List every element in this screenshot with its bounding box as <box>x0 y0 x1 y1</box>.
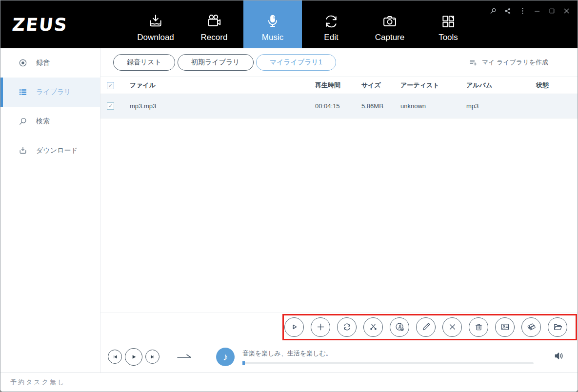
minimize-icon[interactable] <box>533 7 541 15</box>
volume-button[interactable] <box>553 350 565 364</box>
titlebar: ZEUS Download Record Music Edit Capture <box>0 0 578 48</box>
window-controls <box>489 7 571 15</box>
table-empty-area <box>100 118 578 313</box>
list-icon <box>18 87 28 97</box>
delete-button[interactable] <box>469 317 488 337</box>
action-toolbar <box>100 313 578 341</box>
cell-album: mp3 <box>466 102 536 110</box>
cell-file: mp3.mp3 <box>130 102 315 110</box>
search-icon[interactable] <box>489 7 498 15</box>
sequential-arrow-icon <box>176 351 195 361</box>
sidebar-item-record[interactable]: 録音 <box>0 48 100 78</box>
edit-pencil-icon <box>421 322 431 332</box>
progress-bar[interactable] <box>242 362 534 364</box>
tab-label: マイライブラリ1 <box>270 58 322 67</box>
convert-refresh-icon <box>342 322 352 332</box>
cancel-x-icon <box>447 322 458 332</box>
column-header-album[interactable]: アルバム <box>466 81 536 90</box>
player-bar: ♪ 音楽を楽しみ、生活を楽しむ。 <box>100 341 578 372</box>
music-note-icon: ♪ <box>223 351 228 363</box>
create-library-button[interactable]: マイ ライブラリを作成 <box>469 58 548 67</box>
column-header-artist[interactable]: アーティスト <box>400 81 466 90</box>
sidebar-item-search[interactable]: 検索 <box>0 107 100 136</box>
sidebar: 録音 ライブラリ 検索 ダウンロード <box>0 48 100 372</box>
sidebar-item-label: ライブラリ <box>36 88 71 97</box>
table-header: ✓ ファイル 再生時間 サイズ アーティスト アルバム 状態 <box>100 77 578 94</box>
check-mark: ✓ <box>108 103 113 109</box>
create-library-label: マイ ライブラリを作成 <box>482 58 548 67</box>
video-camera-icon <box>206 13 222 30</box>
close-icon[interactable] <box>562 7 571 15</box>
record-circle-icon <box>18 58 28 68</box>
status-text: 予約タスク無し <box>10 378 65 387</box>
play-icon <box>130 353 138 361</box>
nav-tab-edit[interactable]: Edit <box>302 0 360 48</box>
search-icon <box>18 117 28 126</box>
tags-icon <box>526 322 537 332</box>
sidebar-item-download[interactable]: ダウンロード <box>0 136 100 165</box>
share-icon[interactable] <box>504 7 512 15</box>
add-icon <box>316 322 326 332</box>
main-content: 録音リスト 初期ライブラリ マイライブラリ1 マイ ライブラリを作成 ✓ ファイ… <box>100 48 578 372</box>
column-header-size[interactable]: サイズ <box>361 81 400 90</box>
column-header-file[interactable]: ファイル <box>130 81 315 90</box>
convert-button[interactable] <box>337 317 357 337</box>
edit-tags-button[interactable] <box>521 317 541 337</box>
music-convert-button[interactable] <box>390 317 409 337</box>
tab-label: 録音リスト <box>127 58 161 67</box>
tab-initial-library[interactable]: 初期ライブラリ <box>178 54 254 71</box>
previous-icon <box>112 353 119 360</box>
edit-button[interactable] <box>416 317 436 337</box>
tab-label: 初期ライブラリ <box>191 58 240 67</box>
progress-handle[interactable] <box>242 361 245 365</box>
sidebar-item-label: ダウンロード <box>36 146 78 155</box>
cancel-button[interactable] <box>442 317 462 337</box>
album-art[interactable]: ♪ <box>216 348 235 366</box>
menu-icon[interactable] <box>518 7 527 15</box>
app-logo: ZEUS <box>0 0 100 48</box>
row-checkbox[interactable]: ✓ <box>107 102 114 110</box>
cut-button[interactable] <box>363 317 383 337</box>
play-icon <box>289 322 299 332</box>
nav-tab-tools[interactable]: Tools <box>419 0 478 48</box>
microphone-icon <box>264 13 281 30</box>
check-mark: ✓ <box>108 82 113 89</box>
column-header-status[interactable]: 状態 <box>536 81 578 90</box>
download-icon <box>147 13 164 30</box>
delete-trash-icon <box>474 322 484 332</box>
column-header-duration[interactable]: 再生時間 <box>315 81 361 90</box>
grid-squares-icon <box>440 13 457 30</box>
media-info-button[interactable] <box>495 317 515 337</box>
main-nav: Download Record Music Edit Capture Tools <box>126 0 478 48</box>
sidebar-item-library[interactable]: ライブラリ <box>0 78 100 107</box>
sync-arrows-icon <box>323 13 339 30</box>
previous-track-button[interactable] <box>108 350 122 364</box>
cut-scissors-icon <box>368 322 379 332</box>
add-button[interactable] <box>311 317 330 337</box>
open-folder-button[interactable] <box>548 317 567 337</box>
nav-tab-download[interactable]: Download <box>126 0 185 48</box>
play-button[interactable] <box>284 317 304 337</box>
nav-label: Music <box>262 33 283 42</box>
cell-size: 5.86MB <box>361 102 400 110</box>
next-track-button[interactable] <box>145 350 159 364</box>
speaker-icon <box>553 350 565 362</box>
logo-text: ZEUS <box>11 15 69 35</box>
tab-recording-list[interactable]: 録音リスト <box>113 54 175 71</box>
nav-tab-capture[interactable]: Capture <box>360 0 419 48</box>
table-row[interactable]: ✓ mp3.mp3 00:04:15 5.86MB unknown mp3 <box>100 94 578 118</box>
select-all-checkbox[interactable]: ✓ <box>107 82 114 89</box>
nav-tab-record[interactable]: Record <box>185 0 243 48</box>
maximize-icon[interactable] <box>548 7 556 15</box>
nav-tab-music[interactable]: Music <box>243 0 302 48</box>
nav-label: Record <box>201 33 228 42</box>
sidebar-item-label: 検索 <box>36 117 50 126</box>
play-order-button[interactable] <box>176 351 195 363</box>
status-bar: 予約タスク無し <box>0 372 578 392</box>
nav-label: Capture <box>375 33 404 42</box>
track-info: 音楽を楽しみ、生活を楽しむ。 <box>242 349 534 364</box>
sidebar-item-label: 録音 <box>36 59 50 67</box>
tab-my-library-1[interactable]: マイライブラリ1 <box>256 54 336 71</box>
cell-duration: 00:04:15 <box>315 102 361 110</box>
play-pause-button[interactable] <box>125 348 142 366</box>
